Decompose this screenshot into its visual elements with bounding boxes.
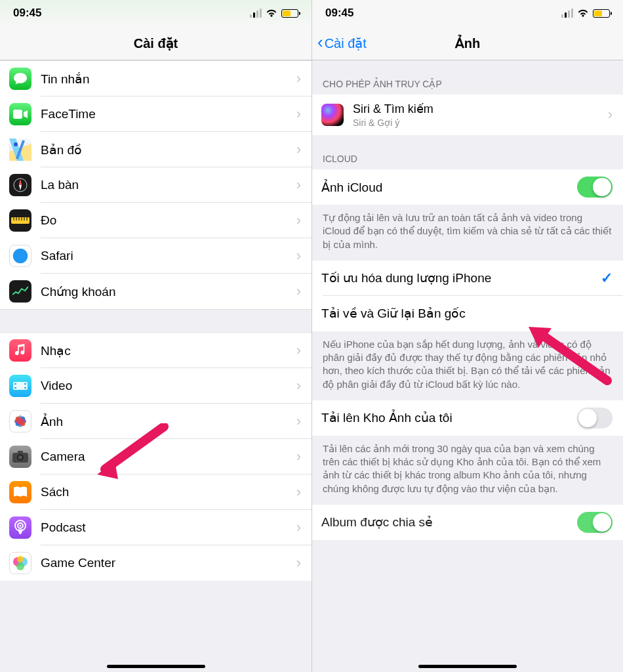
chevron-right-icon: › bbox=[296, 555, 301, 572]
svg-point-29 bbox=[18, 455, 22, 459]
status-icons bbox=[561, 8, 610, 19]
row-label: Tin nhắn bbox=[41, 72, 292, 87]
home-indicator[interactable] bbox=[107, 665, 205, 668]
row-label: Sách bbox=[41, 485, 292, 499]
settings-list-group-1: Tin nhắn › FaceTime › Bản đồ › La bàn bbox=[0, 61, 312, 309]
chevron-right-icon: › bbox=[296, 519, 301, 536]
chevron-right-icon: › bbox=[296, 283, 301, 300]
row-sublabel: Siri & Gợi ý bbox=[353, 117, 604, 128]
row-messages[interactable]: Tin nhắn › bbox=[0, 61, 312, 96]
toggle-my-photo-stream[interactable] bbox=[577, 408, 613, 429]
podcast-icon bbox=[9, 516, 31, 539]
row-books[interactable]: Sách › bbox=[0, 474, 312, 510]
row-label: FaceTime bbox=[41, 107, 292, 121]
row-label: Tải lên Kho Ảnh của tôi bbox=[321, 410, 577, 425]
group-separator bbox=[0, 309, 312, 333]
optimize-description: Nếu iPhone của bạn sắp hết dung lượng, ả… bbox=[312, 331, 623, 400]
page-title: Ảnh bbox=[455, 35, 480, 51]
home-indicator[interactable] bbox=[418, 665, 517, 668]
status-time: 09:45 bbox=[13, 7, 41, 20]
chevron-right-icon: › bbox=[296, 413, 301, 430]
game-center-icon bbox=[9, 552, 31, 574]
settings-main-screen: 09:45 Cài đặt Tin nhắn › FaceTime › bbox=[0, 0, 312, 672]
row-maps[interactable]: Bản đồ › bbox=[0, 132, 312, 167]
photos-settings-screen: 09:45 ‹ Cài đặt Ảnh CHO PHÉP ẢNH TRUY CẬ… bbox=[312, 0, 623, 672]
section-header-access: CHO PHÉP ẢNH TRUY CẬP bbox=[312, 60, 623, 94]
row-label: Game Center bbox=[41, 556, 292, 570]
svg-point-2 bbox=[14, 142, 18, 146]
row-optimize-storage[interactable]: Tối ưu hóa dung lượng iPhone ✓ bbox=[312, 261, 623, 296]
chevron-right-icon: › bbox=[296, 342, 301, 359]
row-label: Đo bbox=[41, 213, 292, 228]
nav-header: ‹ Cài đặt Ảnh bbox=[312, 26, 623, 60]
row-label: Siri & Tìm kiếm bbox=[353, 102, 604, 116]
svg-rect-27 bbox=[18, 451, 23, 453]
row-safari[interactable]: Safari › bbox=[0, 238, 312, 274]
status-time: 09:45 bbox=[325, 7, 353, 20]
row-label: La bàn bbox=[41, 178, 292, 192]
svg-point-32 bbox=[20, 525, 22, 527]
row-label: Safari bbox=[41, 249, 292, 263]
battery-icon bbox=[281, 9, 298, 18]
row-label: Tải về và Giữ lại Bản gốc bbox=[321, 306, 613, 321]
row-label: Ảnh iCloud bbox=[321, 180, 577, 195]
chevron-right-icon: › bbox=[296, 106, 301, 123]
row-siri-search[interactable]: Siri & Tìm kiếm Siri & Gợi ý › bbox=[312, 94, 623, 135]
icloud-photos-description: Tự động tải lên và lưu trữ an toàn tất c… bbox=[312, 205, 623, 261]
page-title: Cài đặt bbox=[134, 35, 178, 51]
row-compass[interactable]: La bàn › bbox=[0, 167, 312, 203]
row-label: Podcast bbox=[41, 520, 292, 535]
row-video[interactable]: Video › bbox=[0, 368, 312, 404]
cellular-signal-icon bbox=[250, 9, 262, 18]
row-label: Camera bbox=[41, 450, 292, 464]
row-stocks[interactable]: Chứng khoán › bbox=[0, 274, 312, 309]
svg-rect-0 bbox=[13, 110, 22, 119]
chevron-right-icon: › bbox=[296, 247, 301, 264]
svg-rect-16 bbox=[24, 383, 26, 385]
status-bar: 09:45 bbox=[312, 0, 623, 26]
chevron-right-icon: › bbox=[296, 70, 301, 87]
toggle-icloud-photos[interactable] bbox=[577, 177, 613, 198]
safari-icon bbox=[9, 245, 31, 267]
siri-icon bbox=[321, 104, 344, 126]
back-label: Cài đặt bbox=[325, 35, 367, 51]
chevron-right-icon: › bbox=[296, 141, 301, 158]
upload-description: Tải lên các ảnh mới trong 30 ngày qua củ… bbox=[312, 436, 623, 505]
video-icon bbox=[9, 375, 31, 397]
row-camera[interactable]: Camera › bbox=[0, 439, 312, 474]
camera-icon bbox=[9, 446, 31, 468]
row-measure[interactable]: Đo › bbox=[0, 203, 312, 238]
wifi-icon bbox=[577, 8, 589, 19]
row-music[interactable]: Nhạc › bbox=[0, 333, 312, 368]
svg-point-36 bbox=[17, 556, 24, 562]
back-button[interactable]: ‹ Cài đặt bbox=[317, 26, 367, 60]
music-icon bbox=[9, 339, 31, 362]
measure-icon bbox=[9, 209, 31, 232]
row-label: Tối ưu hóa dung lượng iPhone bbox=[321, 270, 601, 285]
row-download-originals[interactable]: Tải về và Giữ lại Bản gốc bbox=[312, 296, 623, 331]
row-upload-my-photo-stream: Tải lên Kho Ảnh của tôi bbox=[312, 400, 623, 436]
battery-icon bbox=[593, 9, 610, 18]
chevron-right-icon: › bbox=[296, 212, 301, 229]
row-label: Video bbox=[41, 379, 292, 393]
status-bar: 09:45 bbox=[0, 0, 312, 26]
chevron-right-icon: › bbox=[296, 377, 301, 394]
row-podcast[interactable]: Podcast › bbox=[0, 510, 312, 545]
toggle-shared-albums[interactable] bbox=[577, 512, 613, 533]
cellular-signal-icon bbox=[561, 9, 573, 18]
svg-rect-15 bbox=[14, 387, 16, 388]
chevron-right-icon: › bbox=[296, 484, 301, 501]
status-icons bbox=[250, 8, 298, 19]
stocks-icon bbox=[9, 280, 31, 303]
maps-icon bbox=[9, 138, 31, 161]
messages-icon bbox=[9, 68, 31, 90]
row-shared-albums: Album được chia sẻ bbox=[312, 505, 623, 540]
row-game-center[interactable]: Game Center › bbox=[0, 545, 312, 581]
row-facetime[interactable]: FaceTime › bbox=[0, 96, 312, 132]
facetime-icon bbox=[9, 103, 31, 125]
row-label: Ảnh bbox=[41, 414, 292, 429]
chevron-right-icon: › bbox=[608, 106, 613, 123]
svg-rect-13 bbox=[13, 382, 28, 390]
photos-icon bbox=[9, 410, 31, 432]
row-photos[interactable]: Ảnh › bbox=[0, 404, 312, 439]
